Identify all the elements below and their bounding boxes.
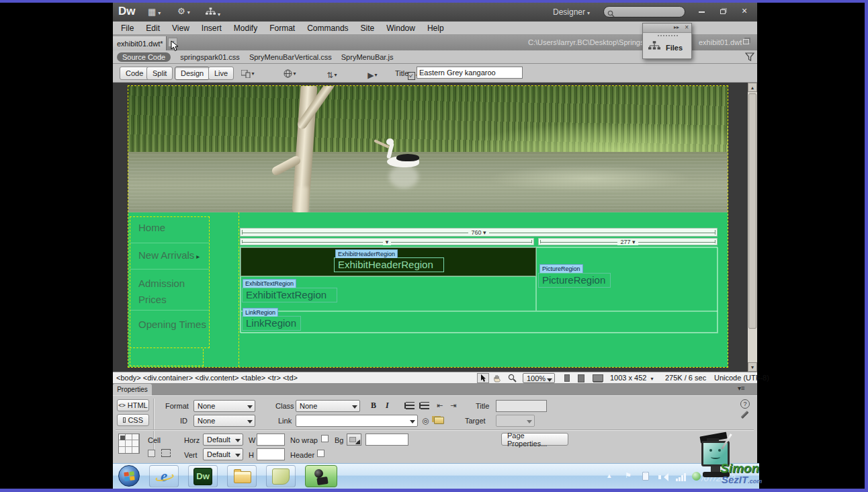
taskbar-notes[interactable] [266,465,296,487]
search-input[interactable] [616,7,683,16]
live-view-options-icon[interactable]: ▶▾ [365,69,380,81]
target-select[interactable] [496,415,535,427]
merge-cells-button[interactable] [148,450,155,457]
vert-select[interactable]: Default [203,448,243,460]
menu-item-window[interactable]: Window [386,24,415,33]
bold-button[interactable]: B [371,401,376,411]
files-panel-collapse-icon[interactable]: ▸▸ [674,24,679,30]
header-cell[interactable]: ExhibitHeaderRegion ExhibitHeaderRegion [241,247,536,276]
tag-tr[interactable]: <tr> [267,374,281,382]
menu-item-help[interactable]: Help [427,24,444,33]
start-button[interactable] [118,465,140,487]
close-button[interactable]: × [735,5,754,17]
nav-item-new-arrivals[interactable]: New Arrivals ▸ [130,243,209,269]
tag-body[interactable]: <body> [116,374,141,382]
header-checkbox[interactable] [317,450,324,457]
unordered-list-button[interactable] [406,402,415,409]
h-input[interactable] [257,448,285,460]
zoom-tool[interactable] [508,374,517,384]
nav-item-opening-times[interactable]: Opening Times [130,310,209,347]
menu-item-modify[interactable]: Modify [234,24,257,33]
pointer-tool[interactable] [477,373,489,383]
bg-input[interactable] [365,434,408,446]
menu-item-site[interactable]: Site [361,24,375,33]
files-panel-close-icon[interactable]: × [685,24,689,31]
scroll-down-icon[interactable]: ▾ [748,362,757,372]
css-button[interactable]: CSS [117,414,149,426]
related-file-sprymenubar[interactable]: SpryMenuBar.js [341,53,394,61]
files-panel[interactable]: ▸▸ × Files [642,23,692,59]
html-button[interactable]: <>HTML [117,399,149,411]
region-tab-link[interactable]: LinkRegion [243,308,278,317]
horz-select[interactable]: Default [203,434,243,446]
preview-browser-icon[interactable]: ▾ [282,67,297,79]
files-panel-label[interactable]: Files [666,44,683,52]
bg-color-swatch[interactable] [347,434,361,446]
menu-item-edit[interactable]: Edit [146,24,160,33]
multiscreen-preview-icon[interactable]: ▾ [241,68,255,80]
design-page[interactable]: Home New Arrivals ▸ Admission Prices Ope… [128,85,728,368]
menu-item-view[interactable]: View [172,24,189,33]
related-file-sprymenubarvertical[interactable]: SpryMenuBarVertical.css [249,53,332,61]
width-indicator-total[interactable]: 760 ▾ [240,228,718,237]
italic-button[interactable]: I [386,401,389,411]
menu-item-insert[interactable]: Insert [202,24,222,33]
design-view-button[interactable]: Design [175,67,210,80]
format-select[interactable]: None [193,400,255,412]
title-input[interactable] [417,67,523,79]
taskbar-file-explorer[interactable] [227,465,257,487]
phone-icon[interactable] [564,374,570,382]
tray-flag-icon[interactable]: ⚑ [625,471,632,480]
link-combo[interactable] [296,415,418,427]
files-panel-gripper[interactable] [658,35,678,36]
window-size[interactable]: 1003 x 452 ▾ [610,374,654,382]
filter-funnel-icon[interactable] [745,52,754,63]
tag-div-content[interactable]: <div.content> [195,374,238,382]
tag-table[interactable]: <table> [241,374,266,382]
live-view-button[interactable]: Live [208,67,234,80]
minimize-button[interactable] [692,7,711,17]
site-tree-icon[interactable]: ▾ [206,7,220,19]
workspace-switcher[interactable]: Designer▾ [553,7,590,17]
page-properties-button[interactable]: Page Properties... [501,433,568,446]
region-tab-header[interactable]: ExhibitHeaderRegion [335,249,398,258]
region-tab-text[interactable]: ExhibitTextRegion [243,279,296,288]
region-tab-picture[interactable]: PictureRegion [539,264,583,273]
source-code-button[interactable]: Source Code [117,52,171,62]
scroll-up-icon[interactable]: ▴ [748,83,757,92]
nowrap-checkbox[interactable] [321,435,329,442]
indent-button[interactable]: ⇥ [450,401,456,410]
id-select[interactable]: None [193,415,255,427]
nav-item-admission-prices[interactable]: Admission Prices [130,269,209,310]
panel-menu-icon[interactable]: ▾≡ [738,384,745,392]
tag-div-container[interactable]: <div.container> [143,374,193,382]
tag-td[interactable]: <td> [283,374,298,382]
desktop-icon[interactable] [593,374,603,382]
hand-tool[interactable] [493,374,502,384]
ordered-list-button[interactable] [421,402,429,409]
width-indicator-col1[interactable]: ▾ [240,238,534,245]
search-box[interactable] [603,6,685,17]
menu-item-format[interactable]: Format [269,24,295,33]
taskbar-camera[interactable] [305,465,337,487]
zoom-select[interactable]: 100% [523,373,555,383]
v-scrollbar[interactable]: ▴ ▾ [748,83,757,372]
quick-tag-editor-icon[interactable] [740,411,748,419]
restore-doc-icon[interactable] [743,39,749,44]
taskbar-internet-explorer[interactable]: e [149,465,179,487]
file-management-icon[interactable]: ⇅▾ [324,69,339,81]
region-text-link[interactable]: LinkRegion [242,316,301,331]
help-icon[interactable]: ? [740,399,750,409]
outdent-button[interactable]: ⇤ [437,401,443,410]
taskbar-dreamweaver[interactable]: Dw [188,465,218,487]
split-view-button[interactable]: Split [146,67,173,80]
w-input[interactable] [257,434,285,446]
class-select[interactable]: None [296,400,360,412]
document-tab[interactable]: exhibit01.dwt* [113,36,167,50]
browse-folder-icon[interactable] [434,417,444,424]
split-cell-button[interactable] [161,449,171,457]
region-text-text[interactable]: ExhibitTextRegion [242,288,337,302]
pelican-photo[interactable] [128,86,728,212]
extend-gear-icon[interactable]: ⚙▾ [177,6,190,16]
properties-tab[interactable]: Properties [113,384,152,395]
